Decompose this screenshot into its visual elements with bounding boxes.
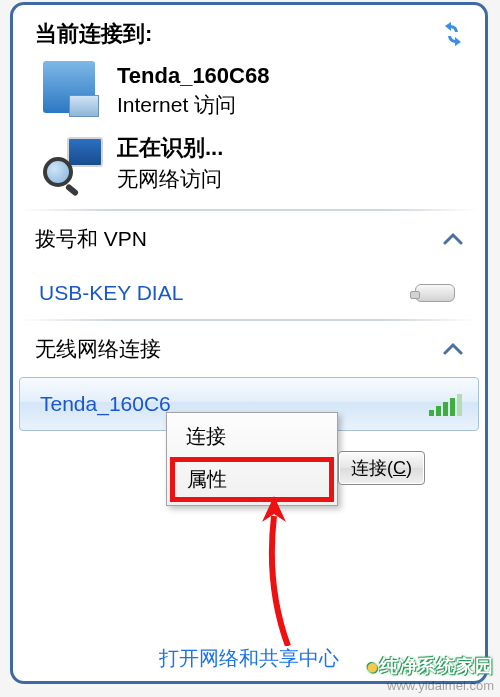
connection-name: Tenda_160C68 xyxy=(117,63,269,89)
network-flyout-panel: 当前连接到: Tenda_160C68 Internet 访问 正在识别... … xyxy=(10,2,488,684)
connect-button[interactable]: 连接(C) xyxy=(338,451,425,485)
connection-name: 正在识别... xyxy=(117,133,223,163)
menu-item-connect[interactable]: 连接 xyxy=(170,416,334,457)
chevron-up-icon[interactable] xyxy=(443,232,463,246)
connection-status: 无网络访问 xyxy=(117,165,223,193)
footer: 打开网络和共享中心 xyxy=(13,645,485,672)
refresh-icon[interactable] xyxy=(439,22,467,46)
connection-status: Internet 访问 xyxy=(117,91,269,119)
dial-item[interactable]: USB-KEY DIAL xyxy=(13,267,485,315)
context-menu: 连接 属性 xyxy=(166,412,338,506)
network-server-icon xyxy=(43,61,103,117)
dial-item-name: USB-KEY DIAL xyxy=(39,281,183,305)
header-label: 当前连接到: xyxy=(35,19,152,49)
section-wireless[interactable]: 无线网络连接 xyxy=(13,321,485,377)
chevron-up-icon[interactable] xyxy=(443,342,463,356)
open-network-center-link[interactable]: 打开网络和共享中心 xyxy=(159,647,339,669)
modem-icon xyxy=(415,284,455,302)
section-label: 无线网络连接 xyxy=(35,335,161,363)
identifying-icon xyxy=(43,131,103,187)
connection-wired[interactable]: Tenda_160C68 Internet 访问 xyxy=(13,55,485,125)
wifi-network-name: Tenda_160C6 xyxy=(40,392,171,416)
header: 当前连接到: xyxy=(13,5,485,55)
section-label: 拨号和 VPN xyxy=(35,225,147,253)
section-dial-vpn[interactable]: 拨号和 VPN xyxy=(13,211,485,267)
menu-item-properties[interactable]: 属性 xyxy=(170,457,334,502)
signal-strength-icon xyxy=(429,392,462,416)
connection-identifying[interactable]: 正在识别... 无网络访问 xyxy=(13,125,485,199)
